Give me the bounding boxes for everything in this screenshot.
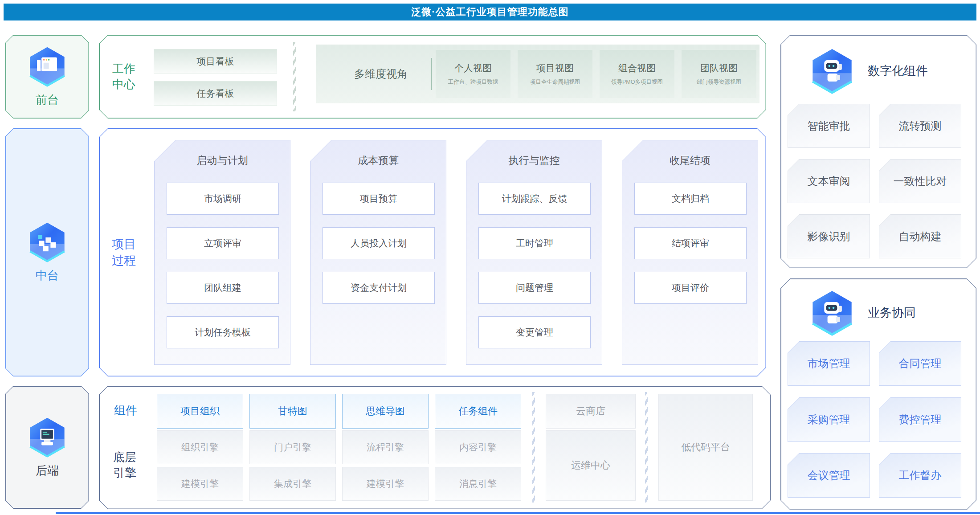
business-item-box: 市场管理 — [788, 341, 870, 386]
process-item: 工时管理 — [478, 227, 591, 259]
digital-panel-title: 数字化组件 — [868, 63, 928, 79]
page-title: 泛微·公益工行业项目管理功能总图 — [411, 5, 568, 19]
component-box: 项目组织 — [157, 394, 243, 429]
view-title: 项目视图 — [536, 62, 574, 74]
phase-closure: 收尾结项 文档归档 结项评审 项目评价 — [622, 140, 758, 365]
process-item: 资金支付计划 — [323, 272, 435, 304]
view-subtitle: 领导PMO多项目视图 — [611, 78, 663, 86]
digital-panel-header: 数字化组件 — [780, 42, 976, 100]
engine-box: 组织引擎 — [157, 430, 243, 464]
view-subtitle: 工作台、跨项目数据 — [448, 78, 498, 86]
business-panel-title: 业务协同 — [868, 305, 916, 321]
business-collab-panel: 业务协同 市场管理 合同管理 采购管理 费控管理 会议管理 工作督办 — [780, 278, 976, 510]
process-item: 市场调研 — [167, 183, 279, 215]
component-box: 甘特图 — [249, 394, 336, 429]
view-box-portfolio: 组合视图 领导PMO多项目视图 — [600, 50, 674, 98]
view-subtitle: 项目全生命周期视图 — [530, 78, 580, 86]
business-item-box: 会议管理 — [788, 453, 870, 498]
component-box: 思维导图 — [342, 394, 429, 429]
process-item: 计划任务模板 — [167, 316, 279, 348]
digital-item-box: 智能审批 — [788, 104, 870, 148]
stage-front-panel: 前台 — [5, 35, 89, 119]
view-title: 组合视图 — [618, 62, 656, 74]
component-box: 任务组件 — [435, 394, 521, 429]
digital-item-box: 自动构建 — [879, 214, 961, 258]
view-title: 团队视图 — [700, 62, 738, 74]
view-title: 个人视图 — [454, 62, 492, 74]
view-box-personal: 个人视图 工作台、跨项目数据 — [436, 50, 510, 98]
business-item-box: 工作督办 — [879, 453, 961, 498]
dashed-divider — [645, 392, 648, 503]
business-panel-header: 业务协同 — [780, 286, 976, 339]
process-item: 问题管理 — [478, 272, 591, 304]
phase-title: 收尾结项 — [622, 151, 758, 170]
digital-item-box: 流转预测 — [879, 104, 961, 148]
business-item-box: 费控管理 — [879, 397, 961, 442]
phase-execution: 执行与监控 计划跟踪、反馈 工时管理 问题管理 变更管理 — [466, 140, 602, 365]
modules-cube-icon — [27, 221, 68, 262]
diagram-canvas: 泛微·公益工行业项目管理功能总图 前台 中台 后端 工作中心 项目看板 任务 — [0, 0, 980, 515]
phase-title: 启动与计划 — [154, 151, 290, 170]
task-kanban-box: 任务看板 — [154, 81, 277, 106]
process-item: 项目评价 — [634, 272, 747, 304]
view-subtitle: 部门领导资源视图 — [697, 78, 741, 86]
stage-backend-label: 后端 — [36, 463, 59, 478]
view-box-project: 项目视图 项目全生命周期视图 — [518, 50, 592, 98]
browser-cube-icon — [27, 46, 68, 87]
process-item: 项目预算 — [323, 183, 435, 215]
digital-item-box: 文本审阅 — [788, 159, 870, 203]
phase-title: 成本预算 — [310, 151, 446, 170]
engine-box: 门户引擎 — [249, 430, 336, 464]
phase-budget: 成本预算 项目预算 人员投入计划 资金支付计划 — [310, 140, 446, 365]
components-label: 组件 — [111, 394, 140, 428]
engine-box: 流程引擎 — [342, 430, 429, 464]
engine-box: 建模引擎 — [342, 467, 429, 501]
process-item: 文档归档 — [634, 183, 747, 215]
stage-front-label: 前台 — [36, 92, 59, 108]
low-code-box: 低代码平台 — [658, 394, 753, 501]
process-item: 团队组建 — [167, 272, 279, 304]
work-center-panel: 工作中心 项目看板 任务看板 多维度视角 个人视图 工作台、跨项目数据 项目视图… — [99, 35, 766, 119]
ops-center-box: 运维中心 — [546, 430, 636, 501]
robot-cube-icon — [809, 290, 855, 336]
stage-middle-label: 中台 — [36, 268, 59, 283]
vertical-divider — [431, 58, 432, 90]
phase-initiation: 启动与计划 市场调研 立项评审 团队组建 计划任务模板 — [154, 140, 290, 365]
project-kanban-box: 项目看板 — [154, 49, 277, 74]
terminal-cube-icon — [27, 417, 68, 458]
project-process-panel: 项目过程 启动与计划 市场调研 立项评审 团队组建 计划任务模板 成本预算 项目… — [99, 128, 766, 376]
stage-middle-panel: 中台 — [5, 128, 89, 376]
cloud-store-box: 云商店 — [546, 394, 636, 429]
business-item-box: 合同管理 — [879, 341, 961, 386]
engine-box: 消息引擎 — [435, 467, 521, 501]
process-item: 人员投入计划 — [323, 227, 435, 259]
dashed-divider — [293, 42, 296, 111]
project-process-label: 项目过程 — [110, 128, 138, 376]
robot-cube-icon — [809, 48, 855, 94]
work-center-label: 工作中心 — [110, 35, 138, 119]
process-item: 结项评审 — [634, 227, 747, 259]
dashed-divider — [532, 392, 535, 503]
engine-box: 内容引擎 — [435, 430, 521, 464]
process-item: 计划跟踪、反馈 — [478, 183, 591, 215]
engine-box: 集成引擎 — [249, 467, 336, 501]
process-item: 变更管理 — [478, 316, 591, 348]
digital-components-panel: 数字化组件 智能审批 流转预测 文本审阅 一致性比对 影像识别 自动构建 — [780, 35, 976, 268]
phase-title: 执行与监控 — [466, 151, 602, 170]
engines-label: 底层引擎 — [111, 430, 138, 500]
view-box-team: 团队视图 部门领导资源视图 — [682, 50, 756, 98]
business-item-box: 采购管理 — [788, 397, 870, 442]
engine-box: 建模引擎 — [157, 467, 243, 501]
digital-item-box: 影像识别 — [788, 214, 870, 258]
foundation-panel: 组件 底层引擎 项目组织 甘特图 思维导图 任务组件 组织引擎 门户引擎 流程引… — [99, 386, 771, 509]
stage-backend-panel: 后端 — [5, 386, 89, 509]
digital-item-box: 一致性比对 — [879, 159, 961, 203]
bottom-accent-strip — [56, 512, 980, 514]
multi-view-panel: 多维度视角 个人视图 工作台、跨项目数据 项目视图 项目全生命周期视图 组合视图… — [316, 45, 760, 103]
multi-view-label: 多维度视角 — [330, 45, 432, 103]
process-item: 立项评审 — [167, 227, 279, 259]
title-bar: 泛微·公益工行业项目管理功能总图 — [4, 4, 976, 20]
